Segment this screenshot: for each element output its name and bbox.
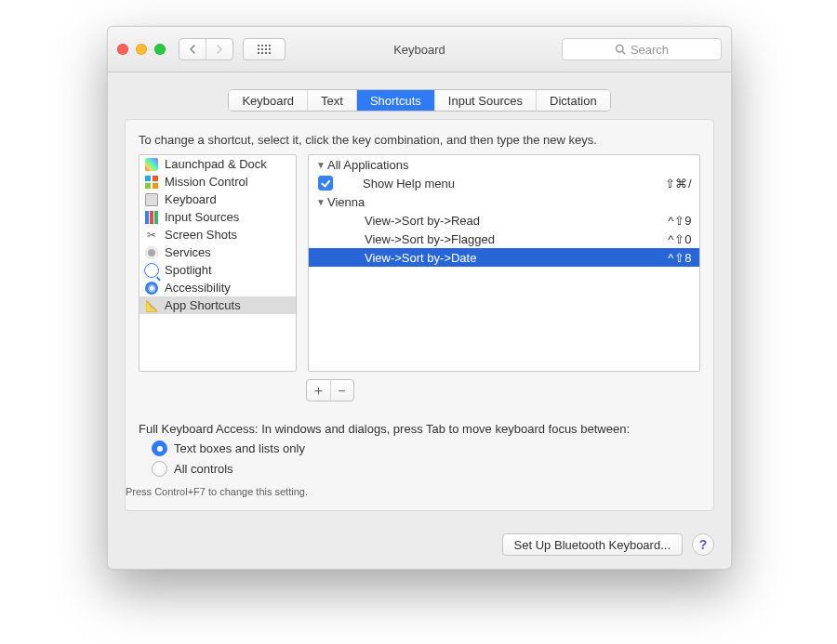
minus-icon: － — [335, 382, 349, 400]
category-label: App Shortcuts — [165, 298, 241, 312]
search-placeholder: Search — [631, 43, 669, 57]
category-app-shortcuts[interactable]: 📐 App Shortcuts — [140, 296, 296, 314]
nav-back-forward — [179, 38, 233, 60]
checkbox[interactable] — [318, 176, 333, 191]
minimize-icon[interactable] — [136, 44, 147, 55]
category-keyboard[interactable]: Keyboard — [140, 191, 296, 208]
add-remove-segmented: ＋ － — [306, 379, 354, 401]
category-label: Launchpad & Dock — [165, 157, 267, 171]
category-label: Screen Shots — [165, 228, 237, 242]
tree-item-label: View->Sort by->Read — [365, 214, 668, 228]
tree-item-sort-flagged[interactable]: View->Sort by->Flagged ^⇧0 — [309, 230, 699, 248]
services-icon — [144, 245, 159, 260]
category-label: Input Sources — [165, 210, 239, 224]
back-button[interactable] — [179, 39, 206, 59]
shortcut-keys[interactable]: ⇧⌘/ — [665, 177, 692, 191]
disclosure-triangle-icon[interactable]: ▼ — [316, 160, 326, 170]
tree-item-label: View->Sort by->Flagged — [365, 232, 668, 246]
plus-icon: ＋ — [312, 382, 326, 400]
tree-group-all-applications[interactable]: ▼ All Applications — [309, 155, 699, 174]
zoom-icon[interactable] — [154, 44, 166, 55]
category-label: Accessibility — [165, 281, 231, 295]
category-mission-control[interactable]: Mission Control — [140, 173, 296, 191]
forward-button[interactable] — [206, 39, 232, 59]
help-icon: ? — [699, 537, 708, 552]
svg-line-1 — [622, 51, 625, 54]
close-icon[interactable] — [117, 44, 128, 55]
accessibility-icon: ◉ — [144, 281, 159, 296]
category-label: Services — [165, 245, 211, 259]
radio-icon[interactable] — [152, 461, 167, 477]
instruction-text: To change a shortcut, select it, click t… — [139, 133, 700, 147]
category-label: Keyboard — [165, 192, 217, 206]
grid-icon — [258, 45, 271, 54]
fka-option-all[interactable]: All controls — [152, 461, 700, 477]
category-launchpad[interactable]: Launchpad & Dock — [140, 155, 296, 173]
tabs: Keyboard Text Shortcuts Input Sources Di… — [228, 89, 610, 112]
category-services[interactable]: Services — [140, 243, 296, 261]
mission-control-icon — [144, 175, 159, 190]
keyboard-icon — [144, 192, 159, 207]
tree-item-show-help-menu[interactable]: Show Help menu ⇧⌘/ — [309, 174, 699, 192]
radio-icon[interactable] — [152, 440, 167, 456]
category-accessibility[interactable]: ◉ Accessibility — [140, 279, 296, 296]
help-button[interactable]: ? — [692, 533, 714, 556]
setup-bluetooth-keyboard-button[interactable]: Set Up Bluetooth Keyboard... — [502, 533, 683, 556]
show-all-button[interactable] — [243, 38, 286, 60]
category-screen-shots[interactable]: ✂︎ Screen Shots — [140, 226, 296, 243]
fka-hint: Press Control+F7 to change this setting. — [126, 486, 700, 497]
shortcuts-panel: To change a shortcut, select it, click t… — [125, 119, 714, 511]
fka-heading: Full Keyboard Access: In windows and dia… — [139, 422, 700, 436]
search-icon — [615, 44, 626, 55]
svg-point-0 — [616, 46, 623, 53]
tab-input-sources[interactable]: Input Sources — [434, 90, 536, 111]
tabs-container: Keyboard Text Shortcuts Input Sources Di… — [108, 72, 731, 119]
shortcut-keys[interactable]: ^⇧9 — [668, 214, 692, 228]
tree-item-label: View->Sort by->Date — [365, 251, 668, 265]
tab-shortcuts[interactable]: Shortcuts — [356, 90, 434, 111]
launchpad-icon — [144, 157, 159, 172]
tree-group-vienna[interactable]: ▼ Vienna — [309, 192, 699, 211]
disclosure-triangle-icon[interactable]: ▼ — [316, 197, 326, 207]
tree-item-label: Show Help menu — [339, 177, 665, 191]
titlebar: Keyboard Search — [108, 27, 731, 72]
resize-grip-icon[interactable]: ••• — [308, 260, 309, 291]
tree-item-sort-date[interactable]: View->Sort by->Date ^⇧8 — [309, 248, 699, 267]
app-shortcuts-icon: 📐 — [144, 298, 159, 313]
spotlight-icon — [144, 263, 159, 278]
footer: Set Up Bluetooth Keyboard... ? — [502, 533, 714, 556]
category-list[interactable]: Launchpad & Dock Mission Control Keyboar… — [139, 154, 297, 372]
radio-label: Text boxes and lists only — [174, 441, 305, 455]
category-spotlight[interactable]: Spotlight — [140, 261, 296, 279]
tree-group-label: All Applications — [327, 158, 692, 172]
tree-group-label: Vienna — [327, 195, 692, 209]
category-input-sources[interactable]: Input Sources — [140, 208, 296, 226]
search-input[interactable]: Search — [562, 38, 722, 60]
tab-text[interactable]: Text — [307, 90, 356, 111]
screen-shots-icon: ✂︎ — [144, 228, 159, 243]
tree-item-sort-read[interactable]: View->Sort by->Read ^⇧9 — [309, 211, 699, 230]
preferences-window: Keyboard Search Keyboard Text Shortcuts … — [107, 26, 732, 570]
button-label: Set Up Bluetooth Keyboard... — [514, 538, 671, 552]
radio-label: All controls — [174, 462, 233, 476]
remove-button[interactable]: － — [330, 380, 354, 401]
category-label: Mission Control — [165, 175, 248, 189]
add-button[interactable]: ＋ — [307, 380, 330, 401]
fka-option-textboxes[interactable]: Text boxes and lists only — [152, 440, 700, 456]
shortcut-keys[interactable]: ^⇧8 — [668, 251, 692, 265]
input-sources-icon — [144, 210, 159, 225]
full-keyboard-access: Full Keyboard Access: In windows and dia… — [139, 422, 700, 497]
category-label: Spotlight — [165, 263, 212, 277]
tab-keyboard[interactable]: Keyboard — [229, 90, 307, 111]
tab-dictation[interactable]: Dictation — [536, 90, 610, 111]
shortcut-keys[interactable]: ^⇧0 — [668, 232, 692, 246]
shortcut-tree[interactable]: ••• ▼ All Applications Show Help menu ⇧⌘… — [308, 154, 700, 372]
window-controls — [117, 44, 166, 55]
